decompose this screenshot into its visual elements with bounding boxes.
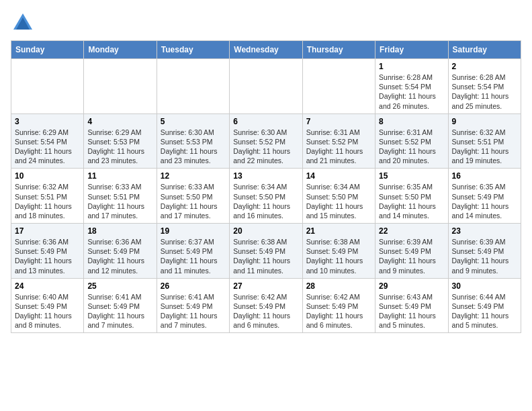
calendar: SundayMondayTuesdayWednesdayThursdayFrid… [11, 40, 521, 333]
day-info: Sunrise: 6:41 AM Sunset: 5:49 PM Dayligh… [161, 292, 226, 330]
day-info: Sunrise: 6:30 AM Sunset: 5:52 PM Dayligh… [233, 128, 298, 166]
day-info: Sunrise: 6:42 AM Sunset: 5:49 PM Dayligh… [233, 292, 298, 330]
calendar-week-3: 10Sunrise: 6:32 AM Sunset: 5:51 PM Dayli… [11, 169, 521, 224]
day-info: Sunrise: 6:28 AM Sunset: 5:54 PM Dayligh… [379, 73, 444, 111]
calendar-cell: 20Sunrise: 6:38 AM Sunset: 5:49 PM Dayli… [230, 224, 302, 279]
day-number: 6 [233, 117, 298, 126]
day-number: 26 [161, 281, 226, 291]
calendar-cell [84, 59, 157, 114]
day-info: Sunrise: 6:32 AM Sunset: 5:51 PM Dayligh… [452, 128, 517, 166]
header-monday: Monday [84, 41, 157, 59]
header-tuesday: Tuesday [157, 41, 229, 59]
header-wednesday: Wednesday [230, 41, 302, 59]
day-info: Sunrise: 6:31 AM Sunset: 5:52 PM Dayligh… [306, 128, 371, 166]
day-number: 2 [452, 62, 517, 71]
day-info: Sunrise: 6:44 AM Sunset: 5:49 PM Dayligh… [452, 292, 517, 330]
day-info: Sunrise: 6:36 AM Sunset: 5:49 PM Dayligh… [15, 237, 80, 275]
day-number: 16 [452, 171, 517, 181]
calendar-cell: 4Sunrise: 6:29 AM Sunset: 5:53 PM Daylig… [84, 113, 157, 169]
calendar-cell: 9Sunrise: 6:32 AM Sunset: 5:51 PM Daylig… [448, 113, 521, 169]
day-number: 20 [233, 226, 298, 236]
day-number: 7 [306, 117, 371, 126]
day-info: Sunrise: 6:34 AM Sunset: 5:50 PM Dayligh… [233, 182, 298, 220]
calendar-cell: 23Sunrise: 6:39 AM Sunset: 5:49 PM Dayli… [448, 224, 521, 279]
day-info: Sunrise: 6:35 AM Sunset: 5:50 PM Dayligh… [379, 182, 444, 220]
calendar-cell: 17Sunrise: 6:36 AM Sunset: 5:49 PM Dayli… [11, 224, 84, 279]
day-info: Sunrise: 6:36 AM Sunset: 5:49 PM Dayligh… [87, 237, 152, 275]
day-info: Sunrise: 6:39 AM Sunset: 5:49 PM Dayligh… [379, 237, 444, 275]
calendar-week-5: 24Sunrise: 6:40 AM Sunset: 5:49 PM Dayli… [11, 278, 521, 333]
calendar-cell [230, 59, 302, 114]
day-info: Sunrise: 6:28 AM Sunset: 5:54 PM Dayligh… [452, 73, 517, 111]
calendar-cell: 28Sunrise: 6:42 AM Sunset: 5:49 PM Dayli… [302, 278, 375, 333]
header-friday: Friday [375, 41, 448, 59]
day-number: 1 [379, 62, 444, 71]
day-info: Sunrise: 6:29 AM Sunset: 5:53 PM Dayligh… [87, 128, 152, 166]
calendar-cell: 12Sunrise: 6:33 AM Sunset: 5:50 PM Dayli… [157, 169, 229, 224]
calendar-cell: 27Sunrise: 6:42 AM Sunset: 5:49 PM Dayli… [230, 278, 302, 333]
day-info: Sunrise: 6:33 AM Sunset: 5:51 PM Dayligh… [87, 182, 152, 220]
calendar-cell: 13Sunrise: 6:34 AM Sunset: 5:50 PM Dayli… [230, 169, 302, 224]
calendar-cell: 16Sunrise: 6:35 AM Sunset: 5:49 PM Dayli… [448, 169, 521, 224]
calendar-header-row: SundayMondayTuesdayWednesdayThursdayFrid… [11, 41, 521, 59]
day-number: 25 [87, 281, 152, 291]
calendar-cell: 19Sunrise: 6:37 AM Sunset: 5:49 PM Dayli… [157, 224, 229, 279]
calendar-week-1: 1Sunrise: 6:28 AM Sunset: 5:54 PM Daylig… [11, 59, 521, 114]
calendar-cell [302, 59, 375, 114]
day-number: 28 [306, 281, 371, 291]
day-number: 8 [379, 117, 444, 126]
calendar-cell: 14Sunrise: 6:34 AM Sunset: 5:50 PM Dayli… [302, 169, 375, 224]
calendar-cell: 30Sunrise: 6:44 AM Sunset: 5:49 PM Dayli… [448, 278, 521, 333]
calendar-week-2: 3Sunrise: 6:29 AM Sunset: 5:54 PM Daylig… [11, 113, 521, 169]
day-number: 18 [87, 226, 152, 236]
calendar-cell: 22Sunrise: 6:39 AM Sunset: 5:49 PM Dayli… [375, 224, 448, 279]
day-info: Sunrise: 6:37 AM Sunset: 5:49 PM Dayligh… [161, 237, 226, 275]
calendar-cell: 1Sunrise: 6:28 AM Sunset: 5:54 PM Daylig… [375, 59, 448, 114]
day-info: Sunrise: 6:35 AM Sunset: 5:49 PM Dayligh… [452, 182, 517, 220]
day-info: Sunrise: 6:33 AM Sunset: 5:50 PM Dayligh… [161, 182, 226, 220]
day-info: Sunrise: 6:41 AM Sunset: 5:49 PM Dayligh… [87, 292, 152, 330]
day-info: Sunrise: 6:34 AM Sunset: 5:50 PM Dayligh… [306, 182, 371, 220]
calendar-cell [11, 59, 84, 114]
day-number: 11 [87, 171, 152, 181]
calendar-cell: 25Sunrise: 6:41 AM Sunset: 5:49 PM Dayli… [84, 278, 157, 333]
day-info: Sunrise: 6:39 AM Sunset: 5:49 PM Dayligh… [452, 237, 517, 275]
day-info: Sunrise: 6:43 AM Sunset: 5:49 PM Dayligh… [379, 292, 444, 330]
day-number: 19 [161, 226, 226, 236]
logo-icon [11, 11, 35, 35]
day-number: 27 [233, 281, 298, 291]
calendar-week-4: 17Sunrise: 6:36 AM Sunset: 5:49 PM Dayli… [11, 224, 521, 279]
day-number: 10 [15, 171, 80, 181]
calendar-cell: 6Sunrise: 6:30 AM Sunset: 5:52 PM Daylig… [230, 113, 302, 169]
day-info: Sunrise: 6:42 AM Sunset: 5:49 PM Dayligh… [306, 292, 371, 330]
calendar-cell: 24Sunrise: 6:40 AM Sunset: 5:49 PM Dayli… [11, 278, 84, 333]
day-number: 15 [379, 171, 444, 181]
calendar-cell: 5Sunrise: 6:30 AM Sunset: 5:53 PM Daylig… [157, 113, 229, 169]
day-number: 30 [452, 281, 517, 291]
day-info: Sunrise: 6:40 AM Sunset: 5:49 PM Dayligh… [15, 292, 80, 330]
day-number: 21 [306, 226, 371, 236]
day-number: 29 [379, 281, 444, 291]
calendar-cell: 26Sunrise: 6:41 AM Sunset: 5:49 PM Dayli… [157, 278, 229, 333]
day-number: 23 [452, 226, 517, 236]
logo [11, 11, 38, 35]
day-info: Sunrise: 6:29 AM Sunset: 5:54 PM Dayligh… [15, 128, 80, 166]
day-info: Sunrise: 6:38 AM Sunset: 5:49 PM Dayligh… [233, 237, 298, 275]
calendar-cell: 21Sunrise: 6:38 AM Sunset: 5:49 PM Dayli… [302, 224, 375, 279]
day-number: 9 [452, 117, 517, 126]
calendar-cell: 29Sunrise: 6:43 AM Sunset: 5:49 PM Dayli… [375, 278, 448, 333]
day-info: Sunrise: 6:38 AM Sunset: 5:49 PM Dayligh… [306, 237, 371, 275]
day-number: 5 [161, 117, 226, 126]
header-saturday: Saturday [448, 41, 521, 59]
page-header [11, 11, 521, 35]
header-sunday: Sunday [11, 41, 84, 59]
calendar-cell: 8Sunrise: 6:31 AM Sunset: 5:52 PM Daylig… [375, 113, 448, 169]
calendar-cell [157, 59, 229, 114]
day-number: 24 [15, 281, 80, 291]
calendar-cell: 10Sunrise: 6:32 AM Sunset: 5:51 PM Dayli… [11, 169, 84, 224]
day-info: Sunrise: 6:31 AM Sunset: 5:52 PM Dayligh… [379, 128, 444, 166]
calendar-cell: 15Sunrise: 6:35 AM Sunset: 5:50 PM Dayli… [375, 169, 448, 224]
day-number: 22 [379, 226, 444, 236]
day-number: 12 [161, 171, 226, 181]
day-number: 3 [15, 117, 80, 126]
